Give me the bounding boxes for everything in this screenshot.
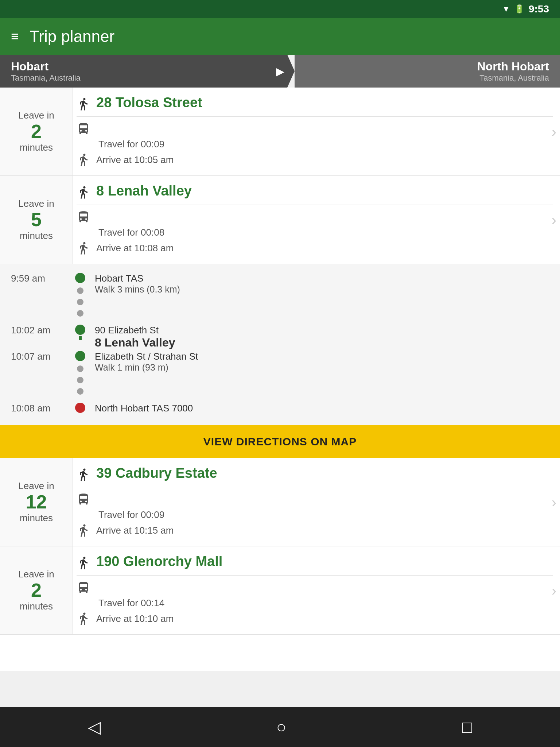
app-bar-title: Trip planner — [30, 27, 114, 46]
trip-2-minutes-label: minutes — [20, 230, 53, 241]
trip-3-arrive-row: Arrive at 10:15 am — [77, 523, 553, 537]
bottom-nav: ◁ ○ □ — [0, 707, 560, 747]
bus-icon-1 — [77, 122, 90, 136]
bus-icon-3 — [77, 492, 90, 506]
timeline-dot-gray-1c — [77, 310, 83, 317]
detail-info-2: 90 Elizabeth St 8 Lenah Valley — [91, 323, 549, 349]
timeline-dot-green-1 — [75, 273, 85, 283]
bus-icon-2 — [77, 210, 90, 224]
route-from-sub: Tasmania, Australia — [11, 73, 254, 83]
bus-icon-4 — [77, 581, 90, 595]
route-arrow-icon: ▶ — [265, 55, 295, 88]
detail-timeline-3 — [69, 349, 91, 398]
trip-1-arrive-row: Arrive at 10:05 am — [77, 153, 553, 167]
timeline-dot-gray-3c — [77, 388, 83, 395]
trip-4-minutes: 2 — [31, 580, 42, 601]
trip-4-time-info: Leave in 2 minutes — [0, 546, 73, 634]
walk-icon-1 — [77, 97, 90, 111]
trip-1-arrive-at: Arrive at 10:05 am — [96, 154, 174, 166]
trip-3-arrive-at: Arrive at 10:15 am — [96, 525, 174, 536]
timeline-bar-2 — [79, 336, 82, 340]
walk-icon-arrive-1 — [77, 153, 90, 167]
trip-2-bus-row — [77, 210, 553, 224]
trip-4-minutes-label: minutes — [20, 601, 53, 612]
timeline-dot-gray-1b — [77, 299, 83, 305]
detail-time-3: 10:07 am — [11, 349, 69, 362]
detail-stop-name-2: 90 Elizabeth St — [95, 325, 549, 336]
trip-2-arrive-row: Arrive at 10:08 am — [77, 241, 553, 255]
trip-2-time-info: Leave in 5 minutes — [0, 176, 73, 264]
trip-1-details: 28 Tolosa Street Travel for 00:09 Arrive… — [73, 88, 560, 175]
trip-1-time-info: Leave in 2 minutes — [0, 88, 73, 175]
trip-2-travel-row: Travel for 00:08 — [77, 227, 553, 238]
walk-icon-2 — [77, 185, 90, 199]
home-nav-icon[interactable]: ○ — [276, 717, 287, 737]
route-to-sub: Tasmania, Australia — [479, 73, 549, 83]
detail-stop-1: 9:59 am Hobart TAS Walk 3 mins (0.3 km) — [11, 271, 549, 320]
trip-3-minutes: 12 — [26, 492, 47, 512]
content-spacer — [0, 671, 560, 707]
trip-3-route-name: 39 Cadbury Estate — [96, 465, 217, 481]
detail-bus-name-2: 8 Lenah Valley — [95, 336, 549, 349]
detail-timeline-1 — [69, 271, 91, 320]
route-to-city: North Hobart — [477, 60, 549, 73]
trip-3-chevron-icon: › — [552, 494, 556, 510]
trip-card-4[interactable]: Leave in 2 minutes 190 Glenorchy Mall Tr… — [0, 546, 560, 635]
status-time: 9:53 — [529, 3, 549, 15]
app-bar: ≡ Trip planner — [0, 18, 560, 55]
walk-icon-arrive-4 — [77, 612, 90, 626]
detail-stop-name-4: North Hobart TAS 7000 — [95, 403, 549, 414]
status-icons: ▼ 🔋 9:53 — [502, 3, 549, 15]
trip-4-arrive-row: Arrive at 10:10 am — [77, 612, 553, 626]
trip-1-leave-label: Leave in — [18, 110, 54, 121]
trip-card-3[interactable]: Leave in 12 minutes 39 Cadbury Estate Tr… — [0, 458, 560, 546]
walk-icon-4 — [77, 556, 90, 570]
view-directions-label: VIEW DIRECTIONS ON MAP — [203, 436, 357, 448]
route-from-city: Hobart — [11, 60, 254, 73]
trip-4-details: 190 Glenorchy Mall Travel for 00:14 Arri… — [73, 546, 560, 634]
timeline-dot-gray-3b — [77, 377, 83, 383]
trip-card-2[interactable]: Leave in 5 minutes 8 Lenah Valley Travel… — [0, 176, 560, 264]
detail-stop-name-1: Hobart TAS — [95, 273, 549, 284]
battery-icon: 🔋 — [514, 4, 524, 14]
timeline-dot-gray-1a — [77, 287, 83, 294]
detail-stop-4: 10:08 am North Hobart TAS 7000 — [11, 401, 549, 414]
view-directions-button[interactable]: VIEW DIRECTIONS ON MAP — [0, 425, 560, 458]
timeline-dot-gray-3a — [77, 365, 83, 372]
timeline-dot-red-4 — [75, 403, 85, 413]
detail-walk-1: Walk 3 mins (0.3 km) — [95, 284, 549, 295]
trip-4-bus-row — [77, 581, 553, 595]
detail-time-4: 10:08 am — [11, 401, 69, 414]
trip-4-chevron-icon: › — [552, 582, 556, 599]
trip-3-leave-label: Leave in — [18, 480, 54, 492]
trip-3-travel-for: Travel for 00:09 — [98, 509, 164, 520]
back-nav-icon[interactable]: ◁ — [88, 717, 101, 737]
trip-4-route-name: 190 Glenorchy Mall — [96, 554, 222, 569]
detail-stop-3: 10:07 am Elizabeth St / Strahan St Walk … — [11, 349, 549, 398]
trip-2-details: 8 Lenah Valley Travel for 00:08 Arrive a… — [73, 176, 560, 264]
detail-time-1: 9:59 am — [11, 271, 69, 284]
detail-walk-3: Walk 1 min (93 m) — [95, 362, 549, 373]
walk-icon-arrive-2 — [77, 241, 90, 255]
detail-stop-2: 10:02 am 90 Elizabeth St 8 Lenah Valley — [11, 323, 549, 349]
trip-4-leave-label: Leave in — [18, 569, 54, 580]
detail-time-2: 10:02 am — [11, 323, 69, 336]
trip-2-expanded-section: 9:59 am Hobart TAS Walk 3 mins (0.3 km) … — [0, 264, 560, 425]
trip-1-chevron-icon: › — [552, 123, 556, 140]
walk-icon-3 — [77, 468, 90, 481]
trip-3-time-info: Leave in 12 minutes — [0, 458, 73, 546]
trip-2-route-name: 8 Lenah Valley — [96, 183, 192, 199]
detail-info-1: Hobart TAS Walk 3 mins (0.3 km) — [91, 271, 549, 295]
trip-4-arrive-at: Arrive at 10:10 am — [96, 613, 174, 624]
walk-icon-arrive-3 — [77, 523, 90, 537]
recent-nav-icon[interactable]: □ — [462, 717, 472, 737]
hamburger-menu-icon[interactable]: ≡ — [11, 29, 19, 44]
trip-4-travel-for: Travel for 00:14 — [98, 597, 164, 609]
wifi-icon: ▼ — [502, 4, 510, 14]
trip-3-details: 39 Cadbury Estate Travel for 00:09 Arriv… — [73, 458, 560, 546]
route-from: Hobart Tasmania, Australia — [0, 55, 265, 88]
trip-3-bus-row — [77, 492, 553, 506]
trip-card-1[interactable]: Leave in 2 minutes 28 Tolosa Street Trav… — [0, 88, 560, 176]
status-bar: ▼ 🔋 9:53 — [0, 0, 560, 18]
trip-4-travel-row: Travel for 00:14 — [77, 597, 553, 609]
